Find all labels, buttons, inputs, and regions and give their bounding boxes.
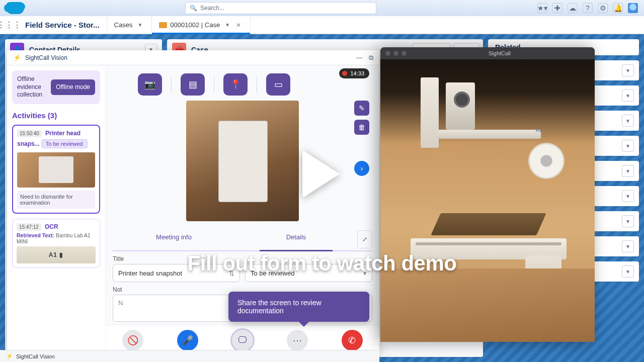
sightcall-video-window: SightCall A1 [380,47,595,342]
title-label: Title [113,255,372,262]
capture-toolbar: 📷 ▤ 📍 ▭ [138,73,372,96]
chevron-down-icon: ▾ [363,269,367,277]
tab-meeting-info[interactable]: Meeting info [113,228,235,250]
card-menu-button[interactable]: ▼ [622,265,634,278]
card-menu-button[interactable]: ▼ [622,190,634,202]
activity-time: 15:47:12 [17,223,41,231]
sightcall-panel: ⚡ SightCall Vision — ⧉ Offline evidence … [7,50,379,353]
tab-case-record-label: 00001002 | Case [170,21,220,29]
video-window-title: SightCall [410,50,590,56]
delete-capture-button[interactable]: 🗑 [354,120,369,135]
search-icon: 🔍 [190,5,197,12]
edit-capture-button[interactable]: ✎ [354,101,369,116]
utility-bar[interactable]: ⚡ SightCall Vision [0,350,379,362]
video-titlebar[interactable]: SightCall [380,47,595,59]
end-call-button[interactable]: ✆ [342,330,363,351]
briefcase-icon [159,22,167,28]
activity-note: Need to dismantle for examination [17,191,95,209]
barcode-button[interactable]: ▤ [181,73,205,96]
popout-icon[interactable]: ⧉ [369,54,373,62]
card-menu-button[interactable]: ▼ [622,165,634,177]
salesforce-logo [6,2,24,14]
close-tab-icon[interactable]: ✕ [236,22,241,29]
activity-card[interactable]: 15:47:12 OCR Retrieved Text: Bambu Lab A… [12,219,100,268]
activity-time: 15:50:40 [17,130,42,137]
app-launcher-icon[interactable]: ⋮⋮⋮ [0,16,18,34]
form-button[interactable]: ▭ [266,73,290,96]
ocr-thumbnail: A1 ▮ [17,246,96,263]
minimize-icon[interactable]: — [356,54,363,62]
timer-text: 14:33 [350,70,364,76]
camera-capture-button[interactable]: 📷 [138,73,162,96]
add-icon[interactable]: ✚ [552,3,562,13]
chevron-down-icon[interactable]: ▼ [137,22,142,28]
status-badge: To be reviewed [41,139,88,148]
camera-off-button[interactable]: 🚫 [122,330,143,351]
offline-evidence-box: Offline evidence collection Offline mode [12,70,100,104]
header-icons: ★▾ ✚ ☁ ? ⚙ 🔔 [537,3,638,13]
tab-case-record[interactable]: 00001002 | Case ▼ ✕ [152,16,251,34]
title-input[interactable]: Printer head snapshot ⇅ [113,264,240,282]
card-menu-button[interactable]: ▼ [622,115,634,127]
card-menu-button[interactable]: ▼ [622,140,634,152]
activities-header: Activities (3) [12,111,100,120]
card-menu-button[interactable]: ▼ [622,89,634,102]
capture-preview: ✎ 🗑 › [113,101,372,221]
microphone-button[interactable]: 🎤 [177,330,198,351]
card-menu-button[interactable]: ▼ [622,64,634,76]
input-action-icon[interactable]: ⇅ [229,269,234,277]
share-tooltip: Share the screen to review documentation [228,292,369,322]
trailhead-icon[interactable]: ☁ [568,3,578,13]
detail-tabs: Meeting info Details ⤢ [113,228,372,251]
sightcall-header: ⚡ SightCall Vision — ⧉ [7,50,379,65]
tab-details[interactable]: Details [235,228,357,250]
sightcall-title: SightCall Vision [25,54,67,61]
ocr-retrieved-text: Retrieved Text: Bambu Lab A1 MINI [17,232,96,244]
offline-text: Offline evidence collection [17,75,47,99]
activity-thumbnail [17,152,95,188]
bolt-icon: ⚡ [6,353,13,359]
recording-timer: 14:33 [339,68,369,78]
captured-image [186,101,299,221]
setup-gear-icon[interactable]: ⚙ [598,3,608,13]
expand-icon[interactable]: ⤢ [357,230,372,248]
app-tabs: ⋮⋮⋮ Field Service - Stor... Cases ▼ 0000… [0,16,644,34]
next-capture-button[interactable]: › [354,161,369,176]
global-search[interactable]: 🔍 Search... [185,2,376,14]
more-options-button[interactable]: ⋯ [287,330,308,351]
card-menu-button[interactable]: ▼ [622,240,634,252]
tab-cases-label: Cases [114,21,133,29]
app-name: Field Service - Stor... [18,16,107,34]
location-pin-button[interactable]: 📍 [223,73,248,96]
chevron-down-icon[interactable]: ▼ [225,22,230,28]
activity-card-selected[interactable]: 15:50:40 Printer head snaps... To be rev… [12,125,100,214]
record-dot-icon [342,71,347,76]
window-traffic-lights[interactable] [385,51,407,56]
printer-model-label: A1 [535,128,541,133]
favorites-icon[interactable]: ★▾ [537,3,547,13]
sightcall-main: 14:33 📷 ▤ 📍 ▭ ✎ 🗑 › Meeting inf [106,65,379,353]
offline-mode-button[interactable]: Offline mode [51,79,95,95]
notifications-bell-icon[interactable]: 🔔 [613,3,623,13]
status-select[interactable]: To be reviewed ▾ [245,264,372,282]
global-header: 🔍 Search... ★▾ ✚ ☁ ? ⚙ 🔔 [0,0,644,16]
help-icon[interactable]: ? [583,3,593,13]
activity-title: OCR [45,223,58,230]
screen-share-button[interactable]: 🖵 [232,330,253,351]
card-menu-button[interactable]: ▼ [622,215,634,227]
user-avatar[interactable] [628,3,638,13]
utility-bar-label: SightCall Vision [16,353,55,359]
sightcall-sidebar: Offline evidence collection Offline mode… [7,65,106,353]
search-placeholder: Search... [200,5,224,12]
tab-cases[interactable]: Cases ▼ [107,16,152,34]
live-video-feed: A1 [380,59,595,342]
bolt-icon: ⚡ [13,54,21,61]
